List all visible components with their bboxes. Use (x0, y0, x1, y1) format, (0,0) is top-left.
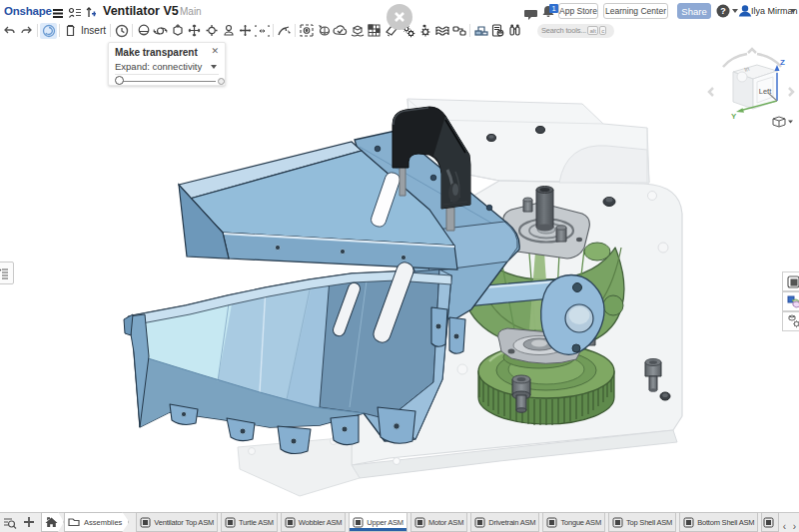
svg-text:Y: Y (731, 112, 737, 121)
svg-text:1: 1 (551, 4, 555, 13)
svg-text:?: ? (720, 6, 726, 16)
svg-text:Z: Z (780, 58, 785, 67)
